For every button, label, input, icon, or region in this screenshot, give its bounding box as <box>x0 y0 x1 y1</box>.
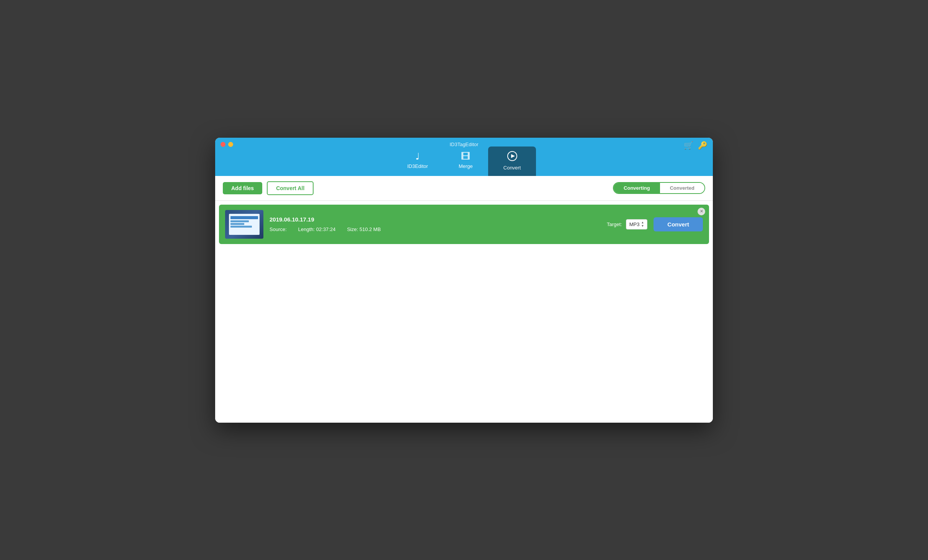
titlebar-top: ID3TagEditor 🛒 🔑 <box>215 138 713 151</box>
app-window: ID3TagEditor 🛒 🔑 ♩ ID3Editor 🎞 Merge <box>215 138 713 423</box>
play-icon <box>507 151 517 163</box>
remove-file-button[interactable]: ✕ <box>698 208 705 215</box>
music-note-icon: ♩ <box>415 151 420 162</box>
file-name: 2019.06.10.17.19 <box>270 216 601 223</box>
window-title: ID3TagEditor <box>215 138 713 151</box>
svg-marker-1 <box>511 154 515 158</box>
titlebar-icons: 🛒 🔑 <box>684 141 707 150</box>
add-files-button[interactable]: Add files <box>223 182 262 194</box>
source-label: Source: <box>270 226 287 232</box>
cart-icon[interactable]: 🛒 <box>684 141 693 150</box>
content-area: 2019.06.10.17.19 Source: Length: 02:37:2… <box>215 201 713 423</box>
convert-button[interactable]: Convert <box>654 217 703 231</box>
converted-tab[interactable]: Converted <box>660 183 704 193</box>
status-tab-group: Converting Converted <box>613 182 705 194</box>
file-thumbnail <box>225 210 263 239</box>
converting-tab[interactable]: Converting <box>614 183 660 193</box>
size-label: Size: 510.2 MB <box>347 226 381 232</box>
film-icon: 🎞 <box>461 151 470 162</box>
toolbar: Add files Convert All Converting Convert… <box>215 176 713 201</box>
convert-all-button[interactable]: Convert All <box>267 181 314 195</box>
file-meta: Source: Length: 02:37:24 Size: 510.2 MB <box>270 226 601 232</box>
target-area: Target: MP3 ▲ ▼ <box>607 219 647 230</box>
key-icon[interactable]: 🔑 <box>698 141 707 150</box>
file-info: 2019.06.10.17.19 Source: Length: 02:37:2… <box>270 216 601 232</box>
file-row: 2019.06.10.17.19 Source: Length: 02:37:2… <box>219 205 709 244</box>
length-label: Length: 02:37:24 <box>298 226 336 232</box>
format-stepper[interactable]: ▲ ▼ <box>641 221 644 228</box>
target-label: Target: <box>607 221 622 227</box>
titlebar: ID3TagEditor 🛒 🔑 ♩ ID3Editor 🎞 Merge <box>215 138 713 176</box>
target-format-select[interactable]: MP3 ▲ ▼ <box>626 219 648 230</box>
